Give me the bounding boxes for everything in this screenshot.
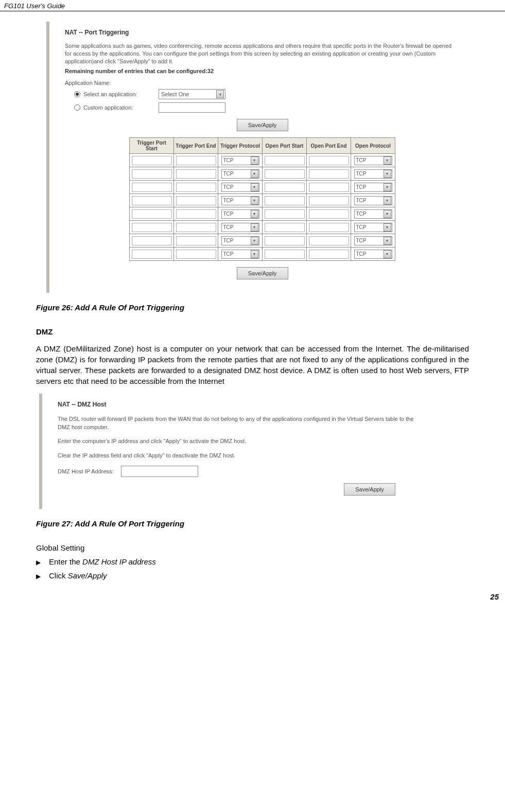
- dmz-panel-title: NAT -- DMZ Host: [58, 401, 421, 408]
- chevron-down-icon: ▾: [384, 210, 391, 218]
- col-open-end: Open Port End: [307, 138, 351, 154]
- list-item: ▶ Enter the DMZ Host IP address: [36, 557, 469, 566]
- port-input[interactable]: [265, 156, 305, 165]
- chevron-down-icon: ▾: [251, 170, 258, 178]
- port-input[interactable]: [132, 169, 172, 179]
- port-input[interactable]: [265, 196, 305, 205]
- port-input[interactable]: [132, 236, 172, 245]
- dmz-save-apply-button[interactable]: Save/Apply: [344, 483, 395, 496]
- dmz-ip-row: DMZ Host IP Address:: [58, 466, 421, 477]
- table-row: TCP▾TCP▾: [130, 248, 395, 261]
- port-input[interactable]: [265, 183, 305, 192]
- protocol-select[interactable]: TCP▾: [221, 223, 259, 232]
- dmz-desc-2: Enter the computer's IP address and clic…: [58, 437, 421, 445]
- dmz-ip-label: DMZ Host IP Address:: [58, 468, 114, 474]
- page-header: FG101 User's Guide: [0, 0, 505, 11]
- protocol-select[interactable]: TCP▾: [221, 209, 259, 219]
- port-input[interactable]: [176, 156, 216, 165]
- table-row: TCP▾TCP▾: [130, 221, 395, 234]
- port-input[interactable]: [176, 236, 216, 245]
- port-input[interactable]: [132, 223, 172, 232]
- save-apply-button[interactable]: Save/Apply: [237, 119, 288, 131]
- protocol-select[interactable]: TCP▾: [354, 156, 392, 165]
- port-input[interactable]: [176, 196, 216, 205]
- global-setting-label: Global Setting: [36, 543, 469, 552]
- bullet-list: ▶ Enter the DMZ Host IP address ▶ Click …: [36, 557, 469, 580]
- select-value: TCP: [356, 171, 367, 176]
- dmz-desc-3: Clear the IP address field and click "Ap…: [58, 452, 421, 460]
- select-value: TCP: [223, 211, 234, 217]
- port-input[interactable]: [176, 169, 216, 179]
- protocol-select[interactable]: TCP▾: [354, 209, 392, 219]
- port-input[interactable]: [176, 209, 216, 219]
- select-value: TCP: [223, 157, 234, 163]
- port-input[interactable]: [309, 250, 349, 259]
- select-value: TCP: [356, 211, 367, 217]
- protocol-select[interactable]: TCP▾: [221, 169, 259, 179]
- port-input[interactable]: [309, 223, 349, 232]
- port-input[interactable]: [176, 183, 216, 192]
- protocol-select[interactable]: TCP▾: [221, 196, 259, 205]
- arrow-icon: ▶: [36, 573, 41, 580]
- panel-description: Some applications such as games, video c…: [65, 42, 460, 65]
- protocol-select[interactable]: TCP▾: [354, 223, 392, 232]
- col-trigger-end: Trigger Port End: [174, 138, 218, 154]
- port-input[interactable]: [132, 156, 172, 165]
- port-input[interactable]: [309, 183, 349, 192]
- port-input[interactable]: [265, 223, 305, 232]
- chevron-down-icon: ▾: [251, 156, 258, 165]
- table-row: TCP▾TCP▾: [130, 167, 395, 181]
- protocol-select[interactable]: TCP▾: [221, 236, 259, 245]
- list-item: ▶ Click Save/Apply: [36, 571, 469, 580]
- port-input[interactable]: [132, 183, 172, 192]
- port-input[interactable]: [309, 156, 349, 165]
- port-input[interactable]: [132, 196, 172, 205]
- custom-application-input[interactable]: [159, 102, 225, 113]
- select-value: TCP: [223, 224, 234, 230]
- port-input[interactable]: [265, 250, 305, 259]
- table-row: TCP▾TCP▾: [130, 234, 395, 248]
- port-input[interactable]: [309, 209, 349, 219]
- custom-application-label: Custom application:: [83, 104, 155, 111]
- chevron-down-icon: ▾: [384, 156, 391, 165]
- protocol-select[interactable]: TCP▾: [354, 183, 392, 192]
- port-input[interactable]: [265, 236, 305, 245]
- chevron-down-icon: ▾: [384, 197, 391, 205]
- chevron-down-icon: ▾: [384, 223, 391, 232]
- dmz-ip-input[interactable]: [121, 466, 198, 477]
- bullet-text: Click: [49, 571, 68, 580]
- radio-select-application[interactable]: [74, 91, 80, 97]
- port-input[interactable]: [309, 236, 349, 245]
- chevron-down-icon: ▾: [384, 183, 391, 191]
- protocol-select[interactable]: TCP▾: [221, 183, 259, 192]
- chevron-down-icon: ▾: [251, 210, 258, 218]
- radio-custom-application[interactable]: [74, 104, 80, 111]
- application-select[interactable]: Select One ▾: [159, 89, 225, 99]
- chevron-down-icon: ▾: [251, 183, 258, 191]
- port-input[interactable]: [309, 196, 349, 205]
- port-input[interactable]: [265, 169, 305, 179]
- save-apply-button-bottom[interactable]: Save/Apply: [237, 267, 288, 279]
- select-value: TCP: [356, 184, 367, 190]
- port-input[interactable]: [132, 250, 172, 259]
- page-number: 25: [0, 590, 505, 604]
- protocol-select[interactable]: TCP▾: [221, 250, 259, 259]
- protocol-select[interactable]: TCP▾: [354, 236, 392, 245]
- port-input[interactable]: [309, 169, 349, 179]
- chevron-down-icon: ▾: [251, 237, 258, 245]
- protocol-select[interactable]: TCP▾: [354, 250, 392, 259]
- protocol-select[interactable]: TCP▾: [354, 169, 392, 179]
- col-trigger-start: Trigger Port Start: [130, 138, 174, 154]
- protocol-select[interactable]: TCP▾: [354, 196, 392, 205]
- port-input[interactable]: [176, 223, 216, 232]
- port-input[interactable]: [265, 209, 305, 219]
- protocol-select[interactable]: TCP▾: [221, 156, 259, 165]
- port-input[interactable]: [176, 250, 216, 259]
- port-table: Trigger Port Start Trigger Port End Trig…: [129, 137, 395, 261]
- select-value: TCP: [356, 198, 367, 203]
- bullet-text: Enter the: [49, 557, 82, 566]
- port-input[interactable]: [132, 209, 172, 219]
- chevron-down-icon: ▾: [251, 197, 258, 205]
- select-value: TCP: [223, 171, 234, 176]
- dmz-panel: NAT -- DMZ Host The DSL router will forw…: [39, 394, 430, 509]
